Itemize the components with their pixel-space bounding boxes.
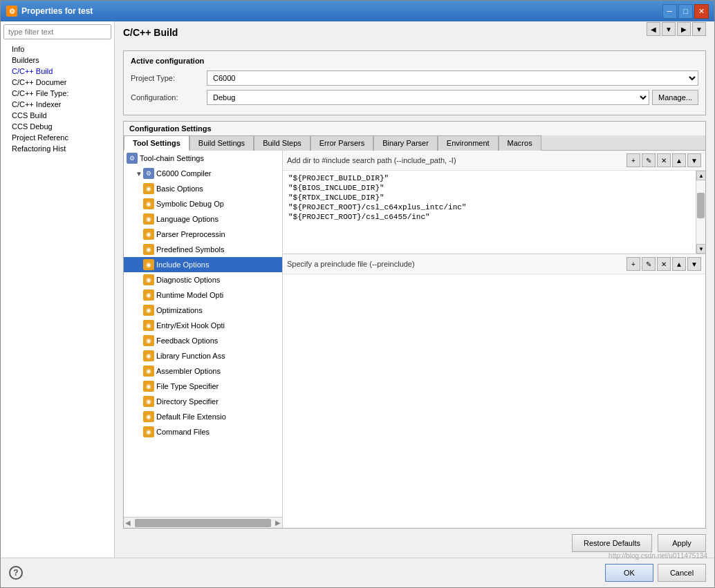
include-scrollbar[interactable]: ▲ ▼	[696, 171, 705, 254]
include-list-wrapper: "${PROJECT_BUILD_DIR}""${BIOS_INCLUDE_DI…	[283, 171, 705, 254]
tree-item-feedback-options[interactable]: ◉Feedback Options	[124, 333, 282, 348]
include-down-button[interactable]: ▼	[687, 153, 701, 167]
maximize-button[interactable]: □	[678, 4, 693, 19]
tree-item-label: Feedback Options	[156, 336, 218, 345]
sidebar-item-ccs-build[interactable]: CCS Build	[1, 110, 114, 121]
apply-button[interactable]: Apply	[658, 534, 706, 552]
preinclude-add-button[interactable]: +	[626, 257, 640, 271]
tab-binary-parser[interactable]: Binary Parser	[373, 135, 438, 151]
nav-dropdown2-button[interactable]: ▼	[692, 22, 706, 36]
include-list: "${PROJECT_BUILD_DIR}""${BIOS_INCLUDE_DI…	[283, 171, 705, 240]
tree-icon: ◉	[143, 350, 154, 361]
sidebar-item-project-referenc[interactable]: Project Referenc	[1, 132, 114, 143]
include-title: Add dir to #include search path (--inclu…	[287, 156, 626, 164]
scrollbar-thumb[interactable]	[135, 519, 271, 527]
tree-icon: ◉	[143, 214, 154, 225]
tree-item-label: Library Function Ass	[156, 352, 225, 360]
cancel-button[interactable]: Cancel	[658, 564, 706, 582]
sidebar-item-c/c++-file-type:[interactable]: C/C++ File Type:	[1, 88, 114, 99]
page-title: C/C++ Build	[123, 27, 178, 38]
tree-item-symbolic-debug-op[interactable]: ◉Symbolic Debug Op	[124, 196, 282, 211]
tree-item-label: Entry/Exit Hook Opti	[156, 321, 225, 330]
tree-item-label: Predefined Symbols	[156, 245, 224, 254]
tree-item-basic-options[interactable]: ◉Basic Options	[124, 181, 282, 196]
sidebar-item-builders[interactable]: Builders	[1, 55, 114, 66]
tree-item-predefined-symbols[interactable]: ◉Predefined Symbols	[124, 242, 282, 257]
tree-item-directory-specifier[interactable]: ◉Directory Specifier	[124, 394, 282, 409]
tree-item-language-options[interactable]: ◉Language Options	[124, 211, 282, 227]
tree-item-tool-chain-settings[interactable]: ⚙Tool-chain Settings	[124, 151, 282, 166]
tree-item-entry/exit-hook-opti[interactable]: ◉Entry/Exit Hook Opti	[124, 318, 282, 333]
sidebar-item-c/c++-documer[interactable]: C/C++ Documer	[1, 77, 114, 88]
tree-item-c6000-compiler[interactable]: ▼⚙C6000 Compiler	[124, 166, 282, 181]
tab-build-steps[interactable]: Build Steps	[254, 135, 310, 151]
tree-item-include-options[interactable]: ◉Include Options	[124, 257, 282, 272]
tree-item-default-file-extensio[interactable]: ◉Default File Extensio	[124, 409, 282, 424]
tree-item-runtime-model-opti[interactable]: ◉Runtime Model Opti	[124, 287, 282, 303]
scroll-up-button[interactable]: ▲	[696, 171, 705, 180]
tab-environment[interactable]: Environment	[438, 135, 499, 151]
tree-item-label: Directory Specifier	[156, 397, 219, 406]
back-button[interactable]: ◀	[647, 22, 660, 36]
tree-item-label: Command Files	[156, 428, 210, 436]
sidebar-item-c/c++-build[interactable]: C/C++ Build	[1, 66, 114, 77]
forward-button[interactable]: ▶	[677, 22, 691, 36]
restore-defaults-button[interactable]: Restore Defaults	[572, 534, 652, 552]
tree-item-file-type-specifier[interactable]: ◉File Type Specifier	[124, 379, 282, 394]
tree-panel: ⚙Tool-chain Settings▼⚙C6000 Compiler◉Bas…	[124, 151, 283, 528]
help-button[interactable]: ?	[9, 566, 23, 580]
sidebar-item-ccs-debug[interactable]: CCS Debug	[1, 121, 114, 132]
window-icon: ⚙	[6, 6, 17, 17]
tree-icon: ◉	[143, 396, 154, 407]
tree-item-optimizations[interactable]: ◉Optimizations	[124, 303, 282, 318]
tree-icon: ◉	[143, 229, 154, 240]
nav-arrows: ◀ ▼ ▶ ▼	[647, 22, 706, 36]
tree-item-library-function-ass[interactable]: ◉Library Function Ass	[124, 348, 282, 363]
configuration-select[interactable]: Debug	[207, 90, 649, 105]
tree-item-parser-preprocessin[interactable]: ◉Parser Preprocessin	[124, 227, 282, 242]
preinclude-up-button[interactable]: ▲	[672, 257, 686, 271]
tab-macros[interactable]: Macros	[499, 135, 541, 151]
preinclude-edit-button[interactable]: ✎	[642, 257, 656, 271]
sidebar-item-refactoring-hist[interactable]: Refactoring Hist	[1, 143, 114, 154]
include-list-item: "${PROJECT_BUILD_DIR}"	[288, 173, 691, 183]
include-edit-button[interactable]: ✎	[642, 153, 656, 167]
tree-item-assembler-options[interactable]: ◉Assembler Options	[124, 363, 282, 379]
tree-item-label: Include Options	[156, 260, 209, 269]
tree-icon: ◉	[143, 426, 154, 437]
sidebar-item-info[interactable]: Info	[1, 44, 114, 55]
minimize-button[interactable]: ─	[662, 4, 677, 19]
tree-item-diagnostic-options[interactable]: ◉Diagnostic Options	[124, 272, 282, 287]
tree-item-label: Assembler Options	[156, 367, 221, 375]
restore-apply-bar: Restore Defaults Apply	[123, 529, 706, 552]
tree-item-command-files[interactable]: ◉Command Files	[124, 424, 282, 439]
title-bar: ⚙ Properties for test ─ □ ✕	[1, 1, 714, 21]
tree-item-label: Parser Preprocessin	[156, 230, 225, 238]
preinclude-delete-button[interactable]: ✕	[657, 257, 671, 271]
nav-dropdown-button[interactable]: ▼	[662, 22, 676, 36]
include-delete-button[interactable]: ✕	[657, 153, 671, 167]
tab-error-parsers[interactable]: Error Parsers	[310, 135, 373, 151]
include-add-button[interactable]: +	[626, 153, 640, 167]
tab-tool-settings[interactable]: Tool Settings	[124, 135, 189, 151]
sidebar-item-c/c++-indexer[interactable]: C/C++ Indexer	[1, 99, 114, 110]
tree-icon: ◉	[143, 274, 154, 285]
ok-button[interactable]: OK	[605, 564, 653, 582]
tree-icon: ⚙	[143, 168, 154, 179]
tree-icon: ◉	[143, 320, 154, 331]
tab-build-settings[interactable]: Build Settings	[189, 135, 254, 151]
include-up-button[interactable]: ▲	[672, 153, 686, 167]
filter-input[interactable]	[3, 24, 111, 39]
sidebar: InfoBuildersC/C++ BuildC/C++ DocumerC/C+…	[1, 21, 115, 558]
tree-expand-icon: ▼	[135, 170, 143, 178]
tree-item-label: Tool-chain Settings	[140, 154, 204, 162]
manage-button[interactable]: Manage...	[652, 90, 698, 105]
tree-item-label: Diagnostic Options	[156, 276, 220, 284]
close-button[interactable]: ✕	[694, 4, 709, 19]
preinclude-down-button[interactable]: ▼	[687, 257, 701, 271]
title-bar-controls: ─ □ ✕	[662, 4, 709, 19]
scroll-down-button[interactable]: ▼	[696, 244, 705, 254]
include-section: Add dir to #include search path (--inclu…	[283, 151, 705, 254]
project-type-select[interactable]: C6000	[207, 70, 698, 86]
config-settings-title: Configuration Settings	[124, 122, 705, 135]
